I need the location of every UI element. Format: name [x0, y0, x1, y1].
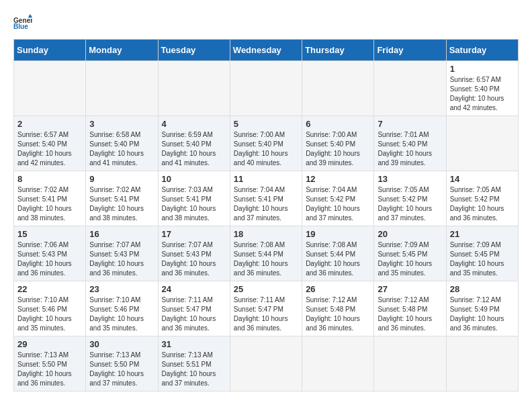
day-number: 9 [89, 174, 154, 184]
logo: General Blue [13, 13, 35, 32]
day-number: 6 [306, 119, 370, 129]
logo-icon: General Blue [13, 13, 32, 32]
day-number: 16 [89, 229, 154, 239]
calendar-cell: 7Sunrise: 7:01 AM Sunset: 5:40 PM Daylig… [374, 116, 446, 171]
calendar-cell: 26Sunrise: 7:12 AM Sunset: 5:48 PM Dayli… [302, 281, 374, 336]
day-number: 27 [378, 284, 442, 294]
day-number: 5 [234, 119, 298, 129]
day-info: Sunrise: 7:09 AM Sunset: 5:45 PM Dayligh… [378, 240, 442, 278]
day-info: Sunrise: 7:12 AM Sunset: 5:48 PM Dayligh… [378, 295, 442, 333]
calendar-cell: 13Sunrise: 7:05 AM Sunset: 5:42 PM Dayli… [374, 171, 446, 226]
calendar-cell [230, 336, 302, 392]
day-info: Sunrise: 7:12 AM Sunset: 5:49 PM Dayligh… [450, 295, 515, 333]
day-info: Sunrise: 6:58 AM Sunset: 5:40 PM Dayligh… [89, 130, 154, 168]
day-info: Sunrise: 7:13 AM Sunset: 5:50 PM Dayligh… [89, 351, 154, 388]
calendar-cell: 16Sunrise: 7:07 AM Sunset: 5:43 PM Dayli… [86, 226, 158, 281]
calendar-cell: 12Sunrise: 7:04 AM Sunset: 5:42 PM Dayli… [302, 171, 374, 226]
calendar-table: SundayMondayTuesdayWednesdayThursdayFrid… [13, 39, 519, 392]
day-number: 4 [162, 119, 226, 129]
calendar-cell: 25Sunrise: 7:11 AM Sunset: 5:47 PM Dayli… [230, 281, 302, 336]
calendar-cell: 11Sunrise: 7:04 AM Sunset: 5:41 PM Dayli… [230, 171, 302, 226]
calendar-week-row: 29Sunrise: 7:13 AM Sunset: 5:50 PM Dayli… [14, 336, 519, 392]
day-number: 22 [17, 284, 82, 294]
day-number: 15 [17, 229, 82, 239]
day-info: Sunrise: 7:03 AM Sunset: 5:41 PM Dayligh… [162, 185, 226, 223]
day-number: 25 [234, 284, 298, 294]
calendar-cell [14, 61, 86, 116]
calendar-cell: 21Sunrise: 7:09 AM Sunset: 5:45 PM Dayli… [446, 226, 518, 281]
calendar-cell: 3Sunrise: 6:58 AM Sunset: 5:40 PM Daylig… [86, 116, 158, 171]
calendar-cell: 23Sunrise: 7:10 AM Sunset: 5:46 PM Dayli… [86, 281, 158, 336]
day-info: Sunrise: 7:02 AM Sunset: 5:41 PM Dayligh… [89, 185, 154, 223]
calendar-cell: 19Sunrise: 7:08 AM Sunset: 5:44 PM Dayli… [302, 226, 374, 281]
calendar-cell: 1Sunrise: 6:57 AM Sunset: 5:40 PM Daylig… [446, 61, 518, 116]
day-info: Sunrise: 6:57 AM Sunset: 5:40 PM Dayligh… [17, 130, 82, 168]
day-info: Sunrise: 7:08 AM Sunset: 5:44 PM Dayligh… [234, 240, 298, 278]
day-number: 20 [378, 229, 442, 239]
svg-marker-2 [28, 14, 32, 17]
calendar-cell [446, 116, 518, 171]
day-number: 13 [378, 174, 442, 184]
calendar-cell: 18Sunrise: 7:08 AM Sunset: 5:44 PM Dayli… [230, 226, 302, 281]
calendar-week-row: 1Sunrise: 6:57 AM Sunset: 5:40 PM Daylig… [14, 61, 519, 116]
day-header-friday: Friday [374, 40, 446, 61]
day-number: 12 [306, 174, 370, 184]
day-header-thursday: Thursday [302, 40, 374, 61]
calendar-cell: 10Sunrise: 7:03 AM Sunset: 5:41 PM Dayli… [158, 171, 230, 226]
calendar-cell [302, 336, 374, 392]
day-number: 30 [89, 339, 154, 349]
day-info: Sunrise: 6:57 AM Sunset: 5:40 PM Dayligh… [450, 75, 515, 113]
calendar-cell: 14Sunrise: 7:05 AM Sunset: 5:42 PM Dayli… [446, 171, 518, 226]
day-number: 23 [89, 284, 154, 294]
day-number: 3 [89, 119, 154, 129]
calendar-cell [302, 61, 374, 116]
calendar-cell: 9Sunrise: 7:02 AM Sunset: 5:41 PM Daylig… [86, 171, 158, 226]
calendar-cell: 20Sunrise: 7:09 AM Sunset: 5:45 PM Dayli… [374, 226, 446, 281]
day-number: 7 [378, 119, 442, 129]
calendar-cell [446, 336, 518, 392]
day-header-saturday: Saturday [446, 40, 518, 61]
day-number: 11 [234, 174, 298, 184]
day-info: Sunrise: 7:00 AM Sunset: 5:40 PM Dayligh… [306, 130, 370, 168]
calendar-week-row: 15Sunrise: 7:06 AM Sunset: 5:43 PM Dayli… [14, 226, 519, 281]
day-number: 14 [450, 174, 515, 184]
calendar-cell: 8Sunrise: 7:02 AM Sunset: 5:41 PM Daylig… [14, 171, 86, 226]
day-header-tuesday: Tuesday [158, 40, 230, 61]
calendar-cell: 17Sunrise: 7:07 AM Sunset: 5:43 PM Dayli… [158, 226, 230, 281]
day-info: Sunrise: 6:59 AM Sunset: 5:40 PM Dayligh… [162, 130, 226, 168]
day-number: 1 [450, 64, 515, 74]
day-info: Sunrise: 7:04 AM Sunset: 5:41 PM Dayligh… [234, 185, 298, 223]
day-number: 17 [162, 229, 226, 239]
day-info: Sunrise: 7:13 AM Sunset: 5:50 PM Dayligh… [17, 351, 82, 388]
calendar-week-row: 2Sunrise: 6:57 AM Sunset: 5:40 PM Daylig… [14, 116, 519, 171]
calendar-week-row: 22Sunrise: 7:10 AM Sunset: 5:46 PM Dayli… [14, 281, 519, 336]
day-number: 2 [17, 119, 82, 129]
day-info: Sunrise: 7:12 AM Sunset: 5:48 PM Dayligh… [306, 295, 370, 333]
day-info: Sunrise: 7:00 AM Sunset: 5:40 PM Dayligh… [234, 130, 298, 168]
day-info: Sunrise: 7:04 AM Sunset: 5:42 PM Dayligh… [306, 185, 370, 223]
calendar-cell [158, 61, 230, 116]
day-number: 19 [306, 229, 370, 239]
day-info: Sunrise: 7:08 AM Sunset: 5:44 PM Dayligh… [306, 240, 370, 278]
calendar-cell: 22Sunrise: 7:10 AM Sunset: 5:46 PM Dayli… [14, 281, 86, 336]
day-info: Sunrise: 7:10 AM Sunset: 5:46 PM Dayligh… [17, 295, 82, 333]
calendar-cell: 6Sunrise: 7:00 AM Sunset: 5:40 PM Daylig… [302, 116, 374, 171]
calendar-cell: 2Sunrise: 6:57 AM Sunset: 5:40 PM Daylig… [14, 116, 86, 171]
day-number: 8 [17, 174, 82, 184]
day-number: 28 [450, 284, 515, 294]
day-number: 26 [306, 284, 370, 294]
day-info: Sunrise: 7:10 AM Sunset: 5:46 PM Dayligh… [89, 295, 154, 333]
calendar-cell: 29Sunrise: 7:13 AM Sunset: 5:50 PM Dayli… [14, 336, 86, 392]
calendar-header-row: SundayMondayTuesdayWednesdayThursdayFrid… [14, 40, 519, 61]
day-info: Sunrise: 7:11 AM Sunset: 5:47 PM Dayligh… [234, 295, 298, 333]
day-number: 18 [234, 229, 298, 239]
calendar-cell: 31Sunrise: 7:13 AM Sunset: 5:51 PM Dayli… [158, 336, 230, 392]
day-number: 29 [17, 339, 82, 349]
calendar-body: 1Sunrise: 6:57 AM Sunset: 5:40 PM Daylig… [14, 61, 519, 392]
calendar-cell [230, 61, 302, 116]
calendar-cell: 4Sunrise: 6:59 AM Sunset: 5:40 PM Daylig… [158, 116, 230, 171]
day-header-sunday: Sunday [14, 40, 86, 61]
calendar-week-row: 8Sunrise: 7:02 AM Sunset: 5:41 PM Daylig… [14, 171, 519, 226]
day-info: Sunrise: 7:13 AM Sunset: 5:51 PM Dayligh… [162, 351, 226, 388]
svg-text:Blue: Blue [13, 23, 28, 30]
